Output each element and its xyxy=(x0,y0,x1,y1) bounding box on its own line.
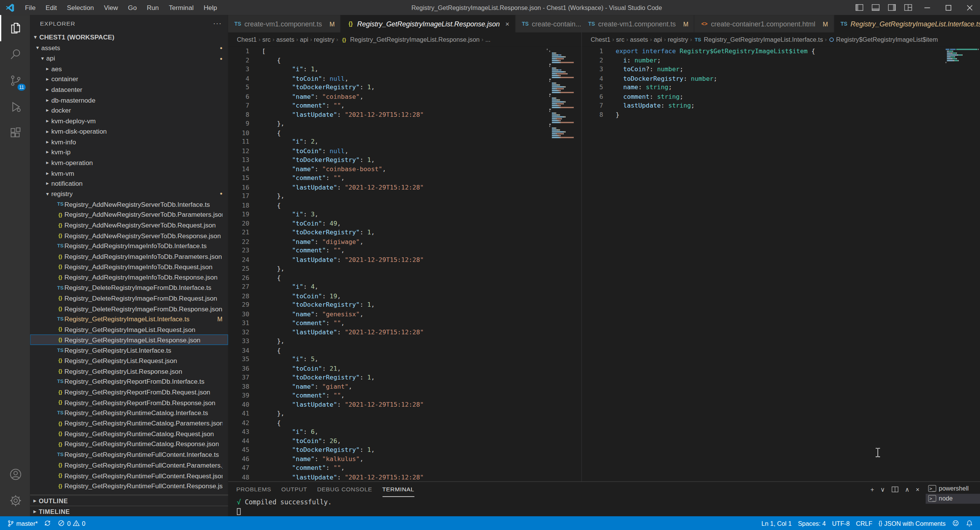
minimap[interactable] xyxy=(547,46,581,481)
tree-file-Registry_AddRegistryImageInfoToDb.Interface.ts[interactable]: TSRegistry_AddRegistryImageInfoToDb.Inte… xyxy=(30,240,228,251)
menu-go[interactable]: Go xyxy=(123,0,142,15)
menu-help[interactable]: Help xyxy=(199,0,222,15)
minimap[interactable] xyxy=(946,46,980,481)
language-mode-status[interactable]: {} JSON with Comments xyxy=(875,516,949,530)
tree-folder-container[interactable]: ▸container xyxy=(30,74,228,84)
eol-status[interactable]: CRLF xyxy=(853,516,875,530)
tree-folder-datacenter[interactable]: ▸datacenter xyxy=(30,84,228,95)
activitybar-extensions[interactable] xyxy=(0,120,30,146)
tree-file-Registry_GetRegistryReportFromDb.Interface.ts[interactable]: TSRegistry_GetRegistryReportFromDb.Inter… xyxy=(30,376,228,387)
breadcrumb-item[interactable]: Chest1 xyxy=(591,36,611,43)
menu-view[interactable]: View xyxy=(99,0,123,15)
toggle-sidebar-icon[interactable] xyxy=(851,0,867,15)
tree-file-Registry_GetRegistryRuntimeFullContent.Interface.ts[interactable]: TSRegistry_GetRegistryRuntimeFullContent… xyxy=(30,449,228,460)
tree-file-Registry_GetRegistryRuntimeFullContent.Request.json[interactable]: {}Registry_GetRegistryRuntimeFullContent… xyxy=(30,470,228,481)
workspace-section-header[interactable]: ▾ CHEST1 (WORKSPACE) xyxy=(30,31,228,43)
tree-file-Registry_AddRegistryImageInfoToDb.Response.json[interactable]: {}Registry_AddRegistryImageInfoToDb.Resp… xyxy=(30,272,228,282)
notifications-status[interactable] xyxy=(962,516,976,530)
breadcrumb-item[interactable]: api xyxy=(654,36,662,43)
tree-file-Registry_GetRegistryRuntimeCatalog.Interface.ts[interactable]: TSRegistry_GetRegistryRuntimeCatalog.Int… xyxy=(30,407,228,418)
minimize-button[interactable] xyxy=(916,0,938,15)
toggle-secondary-sidebar-icon[interactable] xyxy=(884,0,900,15)
section-timeline[interactable]: ▸TIMELINE xyxy=(30,505,228,516)
maximize-panel-icon[interactable]: ∧ xyxy=(905,486,910,493)
tree-file-Registry_GetRegistryRuntimeCatalog.Response.json[interactable]: {}Registry_GetRegistryRuntimeCatalog.Res… xyxy=(30,439,228,449)
close-icon[interactable]: × xyxy=(505,20,510,27)
code-editor-left[interactable]: 1234567891011121314151617181920212223242… xyxy=(228,46,581,481)
breadcrumb-item[interactable]: ... xyxy=(485,36,491,43)
breadcrumb-item[interactable]: Chest1 xyxy=(237,36,257,43)
menu-terminal[interactable]: Terminal xyxy=(164,0,199,15)
breadcrumb-item[interactable]: api xyxy=(300,36,309,43)
breadcrumb-item[interactable]: src xyxy=(262,36,271,43)
tree-file-Registry_GetRegistryRuntimeCatalog.Request.json[interactable]: {}Registry_GetRegistryRuntimeCatalog.Req… xyxy=(30,429,228,439)
indentation-status[interactable]: Spaces: 4 xyxy=(795,516,829,530)
explorer-more-actions-icon[interactable]: ··· xyxy=(213,20,222,27)
tree-folder-notification[interactable]: ▸notification xyxy=(30,178,228,188)
tree-folder-aes[interactable]: ▸aes xyxy=(30,63,228,74)
tree-folder-kvm-vm[interactable]: ▸kvm-vm xyxy=(30,168,228,178)
menu-run[interactable]: Run xyxy=(142,0,164,15)
sync-status[interactable] xyxy=(41,516,55,530)
tree-file-Registry_DeleteRegistryImageFromDb.Response.json[interactable]: {}Registry_DeleteRegistryImageFromDb.Res… xyxy=(30,303,228,314)
tab-create-contain...[interactable]: TScreate-contain... xyxy=(516,15,581,33)
activitybar-source-control[interactable]: 11 xyxy=(0,67,30,94)
tree-folder-docker[interactable]: ▸docker xyxy=(30,105,228,115)
tree-file-Registry_GetRegistryReportFromDb.Response.json[interactable]: {}Registry_GetRegistryReportFromDb.Respo… xyxy=(30,397,228,407)
breadcrumb-item[interactable]: {}Registry_GetRegistryImageList.Response… xyxy=(340,36,480,43)
customize-layout-icon[interactable] xyxy=(900,0,916,15)
tree-folder-api[interactable]: ▾api● xyxy=(30,53,228,63)
tree-file-Registry_GetRegistryReportFromDb.Request.json[interactable]: {}Registry_GetRegistryReportFromDb.Reque… xyxy=(30,387,228,397)
tree-file-Registry_DeleteRegistryImageFromDb.Interface.ts[interactable]: TSRegistry_DeleteRegistryImageFromDb.Int… xyxy=(30,282,228,293)
menu-file[interactable]: File xyxy=(20,0,41,15)
terminal-dropdown-icon[interactable]: ∨ xyxy=(880,486,885,493)
split-terminal-icon[interactable] xyxy=(891,486,899,493)
encoding-status[interactable]: UTF-8 xyxy=(829,516,853,530)
tree-file-Registry_AddNewRegistryServerToDb.Interface.ts[interactable]: TSRegistry_AddNewRegistryServerToDb.Inte… xyxy=(30,199,228,209)
breadcrumb-item[interactable]: Registry$GetRegistryImageList$item xyxy=(829,36,938,43)
tree-folder-db-masternode[interactable]: ▸db-masternode xyxy=(30,95,228,105)
terminal-output[interactable]: √ Compiled successfully. xyxy=(228,497,926,517)
tree-file-Registry_GetRegistryImageList.Response.json[interactable]: {}Registry_GetRegistryImageList.Response… xyxy=(30,335,228,345)
activitybar-explorer[interactable] xyxy=(0,15,30,41)
activitybar-manage[interactable] xyxy=(0,487,30,514)
tree-file-Registry_AddNewRegistryServerToDb.Response.json[interactable]: {}Registry_AddNewRegistryServerToDb.Resp… xyxy=(30,230,228,240)
tree-folder-registry[interactable]: ▾registry● xyxy=(30,188,228,199)
tree-file-Registry_AddRegistryImageInfoToDb.Parameters.json[interactable]: {}Registry_AddRegistryImageInfoToDb.Para… xyxy=(30,251,228,262)
new-terminal-icon[interactable]: + xyxy=(871,486,874,493)
tab-create-vm1.component.ts[interactable]: TScreate-vm1.component.tsM xyxy=(228,15,341,33)
tree-folder-assets[interactable]: ▾assets● xyxy=(30,43,228,53)
section-outline[interactable]: ▸OUTLINE xyxy=(30,495,228,506)
terminal-instance-node[interactable]: >_node xyxy=(926,494,980,504)
tree-folder-kvm-disk-operation[interactable]: ▸kvm-disk-operation xyxy=(30,126,228,136)
git-branch-status[interactable]: master* xyxy=(4,516,41,530)
activitybar-accounts[interactable] xyxy=(0,461,30,487)
menu-edit[interactable]: Edit xyxy=(41,0,62,15)
tree-file-Registry_AddNewRegistryServerToDb.Request.json[interactable]: {}Registry_AddNewRegistryServerToDb.Requ… xyxy=(30,220,228,230)
code-editor-right[interactable]: 12345678export interface Registry$GetReg… xyxy=(582,46,980,481)
menu-selection[interactable]: Selection xyxy=(62,0,99,15)
problems-status[interactable]: 0 0 xyxy=(55,516,88,530)
tree-folder-kvm-operation[interactable]: ▸kvm-operation xyxy=(30,157,228,168)
breadcrumb-item[interactable]: assets xyxy=(276,36,294,43)
breadcrumb-item[interactable]: registry xyxy=(668,36,688,43)
tree-folder-kvm-deploy-vm[interactable]: ▸kvm-deploy-vm xyxy=(30,116,228,126)
tree-file-Registry_AddRegistryImageInfoToDb.Request.json[interactable]: {}Registry_AddRegistryImageInfoToDb.Requ… xyxy=(30,262,228,272)
panel-tab-debug-console[interactable]: DEBUG CONSOLE xyxy=(317,482,372,497)
cursor-position-status[interactable]: Ln 1, Col 1 xyxy=(758,516,795,530)
close-window-button[interactable] xyxy=(959,0,980,15)
tree-file-Registry_GetRegistryImageList.Request.json[interactable]: {}Registry_GetRegistryImageList.Request.… xyxy=(30,324,228,334)
feedback-status[interactable] xyxy=(949,516,962,530)
tree-folder-kvm-ip[interactable]: ▸kvm-ip xyxy=(30,147,228,157)
tree-file-Registry_GetRegistryImageList.Interface.ts[interactable]: TSRegistry_GetRegistryImageList.Interfac… xyxy=(30,314,228,324)
tree-file-Registry_GetRegistryRuntimeFullContent.Parameters.json[interactable]: {}Registry_GetRegistryRuntimeFullContent… xyxy=(30,460,228,470)
breadcrumb-item[interactable]: src xyxy=(616,36,624,43)
breadcrumb-item[interactable]: registry xyxy=(314,36,335,43)
close-panel-icon[interactable]: × xyxy=(916,486,920,493)
toggle-panel-icon[interactable] xyxy=(867,0,884,15)
tab-Registry_GetRegistryImageList.Response.json[interactable]: {}Registry_GetRegistryImageList.Response… xyxy=(341,15,516,33)
tab-Registry_GetRegistryImageList.Interface.ts[interactable]: TSRegistry_GetRegistryImageList.Interfac… xyxy=(834,15,980,33)
tab-create-vm1.component.ts[interactable]: TScreate-vm1.component.tsM xyxy=(582,15,695,33)
panel-tab-terminal[interactable]: TERMINAL xyxy=(382,482,414,497)
tree-file-Registry_GetRegistryRuntimeFullContent.Response.json[interactable]: {}Registry_GetRegistryRuntimeFullContent… xyxy=(30,481,228,491)
